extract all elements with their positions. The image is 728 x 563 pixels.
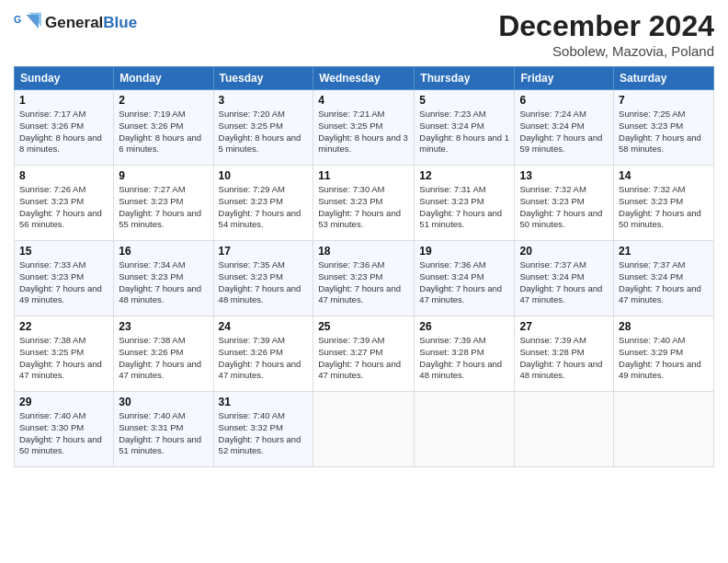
day-info: Sunrise: 7:26 AMSunset: 3:23 PMDaylight:… (19, 184, 108, 231)
day-info: Sunrise: 7:39 AMSunset: 3:28 PMDaylight:… (519, 335, 609, 382)
header: G GeneralBlue December 2024 Sobolew, Maz… (14, 9, 714, 59)
table-row (515, 392, 614, 467)
calendar-week-row: 8 Sunrise: 7:26 AMSunset: 3:23 PMDayligh… (15, 166, 714, 241)
day-info: Sunrise: 7:24 AMSunset: 3:24 PMDaylight:… (519, 109, 609, 155)
table-row: 11 Sunrise: 7:30 AMSunset: 3:23 PMDaylig… (313, 166, 415, 241)
table-row: 30 Sunrise: 7:40 AMSunset: 3:31 PMDaylig… (114, 392, 213, 467)
calendar-week-row: 15 Sunrise: 7:33 AMSunset: 3:23 PMDaylig… (15, 241, 714, 316)
main-title: December 2024 (498, 9, 714, 43)
table-row: 12 Sunrise: 7:31 AMSunset: 3:23 PMDaylig… (415, 166, 515, 241)
day-number: 31 (219, 396, 309, 408)
col-wednesday: Wednesday (313, 67, 415, 90)
table-row: 29 Sunrise: 7:40 AMSunset: 3:30 PMDaylig… (15, 392, 114, 467)
day-number: 4 (318, 94, 409, 107)
day-info: Sunrise: 7:17 AMSunset: 3:26 PMDaylight:… (19, 109, 108, 155)
table-row: 13 Sunrise: 7:32 AMSunset: 3:23 PMDaylig… (515, 166, 614, 241)
col-tuesday: Tuesday (213, 67, 313, 90)
day-info: Sunrise: 7:19 AMSunset: 3:26 PMDaylight:… (119, 109, 208, 155)
day-number: 25 (318, 320, 409, 333)
table-row: 31 Sunrise: 7:40 AMSunset: 3:32 PMDaylig… (213, 392, 313, 467)
day-info: Sunrise: 7:38 AMSunset: 3:26 PMDaylight:… (119, 335, 208, 382)
day-number: 29 (19, 396, 108, 408)
day-info: Sunrise: 7:39 AMSunset: 3:28 PMDaylight:… (419, 335, 509, 382)
col-friday: Friday (515, 67, 614, 90)
day-number: 15 (19, 245, 108, 258)
calendar-week-row: 1 Sunrise: 7:17 AMSunset: 3:26 PMDayligh… (15, 90, 714, 166)
day-number: 30 (119, 396, 208, 408)
logo-text: GeneralBlue (45, 15, 137, 32)
day-number: 21 (619, 245, 709, 258)
logo: G GeneralBlue (14, 9, 137, 37)
day-number: 19 (419, 245, 509, 258)
table-row: 25 Sunrise: 7:39 AMSunset: 3:27 PMDaylig… (313, 316, 415, 392)
table-row: 6 Sunrise: 7:24 AMSunset: 3:24 PMDayligh… (515, 90, 614, 166)
table-row: 4 Sunrise: 7:21 AMSunset: 3:25 PMDayligh… (313, 90, 415, 166)
day-number: 12 (419, 169, 509, 182)
day-number: 16 (119, 245, 208, 258)
table-row: 7 Sunrise: 7:25 AMSunset: 3:23 PMDayligh… (614, 90, 714, 166)
day-number: 11 (318, 169, 409, 182)
table-row: 21 Sunrise: 7:37 AMSunset: 3:24 PMDaylig… (614, 241, 714, 316)
calendar-table: Sunday Monday Tuesday Wednesday Thursday… (14, 66, 714, 467)
day-number: 23 (119, 320, 208, 333)
col-saturday: Saturday (614, 67, 714, 90)
day-number: 9 (119, 169, 208, 182)
table-row: 5 Sunrise: 7:23 AMSunset: 3:24 PMDayligh… (415, 90, 515, 166)
table-row: 26 Sunrise: 7:39 AMSunset: 3:28 PMDaylig… (415, 316, 515, 392)
day-info: Sunrise: 7:30 AMSunset: 3:23 PMDaylight:… (318, 184, 409, 231)
day-info: Sunrise: 7:37 AMSunset: 3:24 PMDaylight:… (619, 259, 709, 306)
day-info: Sunrise: 7:36 AMSunset: 3:23 PMDaylight:… (318, 259, 409, 306)
day-number: 2 (119, 94, 208, 107)
day-info: Sunrise: 7:29 AMSunset: 3:23 PMDaylight:… (219, 184, 309, 231)
day-number: 6 (519, 94, 609, 107)
table-row: 28 Sunrise: 7:40 AMSunset: 3:29 PMDaylig… (614, 316, 714, 392)
day-info: Sunrise: 7:37 AMSunset: 3:24 PMDaylight:… (519, 259, 609, 306)
table-row (415, 392, 515, 467)
col-sunday: Sunday (15, 67, 114, 90)
table-row: 10 Sunrise: 7:29 AMSunset: 3:23 PMDaylig… (213, 166, 313, 241)
title-block: December 2024 Sobolew, Mazovia, Poland (498, 9, 714, 59)
page: G GeneralBlue December 2024 Sobolew, Maz… (0, 0, 728, 563)
day-number: 17 (219, 245, 309, 258)
calendar-week-row: 29 Sunrise: 7:40 AMSunset: 3:30 PMDaylig… (15, 392, 714, 467)
day-info: Sunrise: 7:23 AMSunset: 3:24 PMDaylight:… (419, 109, 509, 155)
day-number: 7 (619, 94, 709, 107)
table-row: 27 Sunrise: 7:39 AMSunset: 3:28 PMDaylig… (515, 316, 614, 392)
table-row: 18 Sunrise: 7:36 AMSunset: 3:23 PMDaylig… (313, 241, 415, 316)
day-info: Sunrise: 7:35 AMSunset: 3:23 PMDaylight:… (219, 259, 309, 306)
day-info: Sunrise: 7:20 AMSunset: 3:25 PMDaylight:… (219, 109, 309, 155)
day-info: Sunrise: 7:40 AMSunset: 3:31 PMDaylight:… (119, 410, 208, 457)
calendar-header-row: Sunday Monday Tuesday Wednesday Thursday… (15, 67, 714, 90)
col-monday: Monday (114, 67, 213, 90)
day-number: 22 (19, 320, 108, 333)
logo-icon: G (14, 9, 41, 37)
day-info: Sunrise: 7:39 AMSunset: 3:27 PMDaylight:… (318, 335, 409, 382)
table-row (614, 392, 714, 467)
table-row (313, 392, 415, 467)
day-info: Sunrise: 7:32 AMSunset: 3:23 PMDaylight:… (619, 184, 709, 231)
day-number: 27 (519, 320, 609, 333)
day-number: 28 (619, 320, 709, 333)
day-number: 5 (419, 94, 509, 107)
day-info: Sunrise: 7:21 AMSunset: 3:25 PMDaylight:… (318, 109, 409, 155)
table-row: 14 Sunrise: 7:32 AMSunset: 3:23 PMDaylig… (614, 166, 714, 241)
day-number: 24 (219, 320, 309, 333)
day-number: 3 (219, 94, 309, 107)
table-row: 23 Sunrise: 7:38 AMSunset: 3:26 PMDaylig… (114, 316, 213, 392)
day-info: Sunrise: 7:39 AMSunset: 3:26 PMDaylight:… (219, 335, 309, 382)
day-info: Sunrise: 7:34 AMSunset: 3:23 PMDaylight:… (119, 259, 208, 306)
table-row: 8 Sunrise: 7:26 AMSunset: 3:23 PMDayligh… (15, 166, 114, 241)
col-thursday: Thursday (415, 67, 515, 90)
table-row: 15 Sunrise: 7:33 AMSunset: 3:23 PMDaylig… (15, 241, 114, 316)
day-info: Sunrise: 7:31 AMSunset: 3:23 PMDaylight:… (419, 184, 509, 231)
table-row: 20 Sunrise: 7:37 AMSunset: 3:24 PMDaylig… (515, 241, 614, 316)
day-number: 10 (219, 169, 309, 182)
day-number: 18 (318, 245, 409, 258)
subtitle: Sobolew, Mazovia, Poland (498, 43, 714, 59)
calendar-week-row: 22 Sunrise: 7:38 AMSunset: 3:25 PMDaylig… (15, 316, 714, 392)
day-number: 8 (19, 169, 108, 182)
day-number: 13 (519, 169, 609, 182)
table-row: 1 Sunrise: 7:17 AMSunset: 3:26 PMDayligh… (15, 90, 114, 166)
day-info: Sunrise: 7:40 AMSunset: 3:29 PMDaylight:… (619, 335, 709, 382)
day-number: 26 (419, 320, 509, 333)
